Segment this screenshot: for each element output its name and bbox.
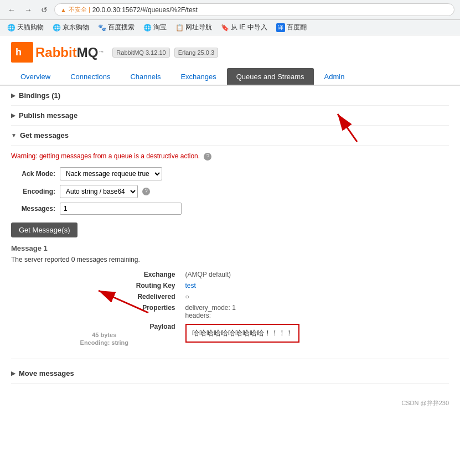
- payload-value-cell: 哈哈哈哈哈哈哈哈哈哈！！！！: [182, 321, 449, 348]
- properties-line2: headers:: [185, 312, 446, 319]
- bookmark-label: 百度翻: [287, 23, 307, 32]
- bookmark-label: 京东购物: [63, 23, 89, 32]
- nav-tabs: Overview Connections Channels Exchanges …: [11, 68, 449, 85]
- reload-button[interactable]: ↺: [39, 4, 50, 15]
- back-button[interactable]: ←: [6, 4, 18, 15]
- server-info-post: messages remaining.: [75, 256, 139, 263]
- exchange-value: (AMQP default): [182, 269, 449, 280]
- routing-key-label: Routing Key: [11, 280, 182, 291]
- message-details: Exchange (AMQP default) Routing Key test…: [11, 269, 449, 348]
- forward-button[interactable]: →: [22, 4, 34, 15]
- security-warning-icon: ▲: [60, 7, 66, 13]
- payload-encoding: Encoding: string: [33, 339, 175, 346]
- encoding-help-icon[interactable]: ?: [142, 188, 150, 195]
- main-content: ▶ Bindings (1) ▶ Publish message ▼ Get m…: [0, 86, 460, 395]
- properties-value: delivery_mode: 1 headers:: [182, 302, 449, 321]
- page-wrapper: ← → ↺ ▲ 不安全 | 20.0.0.30:15672/#/queues/%…: [0, 0, 460, 412]
- bindings-label: Bindings (1): [19, 91, 60, 100]
- bookmarks-bar: 🌐 天猫购物 🌐 京东购物 🐾 百度搜索 🌐 淘宝 📋 网址导航 🔖 从 IE …: [0, 20, 460, 35]
- exchange-label: Exchange: [11, 269, 182, 280]
- tab-channels[interactable]: Channels: [121, 68, 170, 85]
- message-header: Message 1: [11, 244, 449, 252]
- properties-line1: delivery_mode: 1: [185, 304, 446, 312]
- app-container: h RabbitMQ™ RabbitMQ 3.12.10 Erlang 25.0…: [0, 35, 460, 412]
- server-info: The server reported 0 messages remaining…: [11, 256, 449, 263]
- translate-icon: 译: [276, 23, 285, 32]
- version-info: RabbitMQ 3.12.10 Erlang 25.0.3: [112, 48, 218, 58]
- bindings-section-header[interactable]: ▶ Bindings (1): [11, 86, 449, 106]
- tab-admin[interactable]: Admin: [315, 68, 354, 85]
- rabbitmq-logo: h RabbitMQ™: [11, 42, 104, 63]
- bookmark-ie-import[interactable]: 🔖 从 IE 中导入: [218, 22, 270, 33]
- tab-queues-streams[interactable]: Queues and Streams: [227, 68, 314, 85]
- move-messages-label: Move messages: [19, 369, 74, 377]
- ack-mode-label: Ack Mode:: [11, 170, 55, 178]
- bookmark-label: 百度搜索: [108, 23, 135, 32]
- tab-exchanges[interactable]: Exchanges: [171, 68, 225, 85]
- payload-size: 45 bytes: [33, 332, 175, 338]
- tianmao-icon: 🌐: [7, 24, 15, 32]
- svg-text:h: h: [15, 46, 22, 58]
- ack-mode-row: Ack Mode: Nack message requeue true Ack …: [11, 167, 449, 180]
- tab-overview[interactable]: Overview: [11, 68, 60, 85]
- rabbitmq-version: RabbitMQ 3.12.10: [112, 48, 169, 58]
- footer-watermark: CSDN @拌拌230: [0, 395, 460, 412]
- payload-label: Payload 45 bytes Encoding: string: [11, 321, 182, 348]
- warning-help-icon[interactable]: ?: [204, 153, 211, 161]
- bookmark-label: 网址导航: [185, 23, 212, 32]
- exchange-row: Exchange (AMQP default): [11, 269, 449, 280]
- routing-key-value: test: [182, 280, 449, 291]
- erlang-version: Erlang 25.0.3: [174, 48, 218, 58]
- get-messages-button[interactable]: Get Message(s): [11, 223, 77, 237]
- bookmark-label: 淘宝: [153, 23, 167, 32]
- rabbit-icon: h: [11, 42, 33, 63]
- logo-mq-text: MQ: [77, 45, 99, 60]
- bookmark-jingdong[interactable]: 🌐 京东购物: [50, 22, 92, 33]
- redelivered-label: Redelivered: [11, 291, 182, 302]
- logo-area: h RabbitMQ™ RabbitMQ 3.12.10 Erlang 25.0…: [11, 42, 449, 63]
- bookmark-nav[interactable]: 📋 网址导航: [173, 22, 215, 33]
- bookmark-baidu-translate[interactable]: 译 百度翻: [273, 22, 309, 33]
- bookmark-taobao[interactable]: 🌐 淘宝: [141, 22, 169, 33]
- nav-icon: 📋: [175, 24, 184, 32]
- messages-input[interactable]: [60, 203, 182, 215]
- get-messages-section: ▼ Get messages Warning: getting messages…: [11, 126, 449, 354]
- get-messages-arrow-icon: ▼: [11, 132, 17, 138]
- redelivered-value: ○: [182, 291, 449, 302]
- bookmark-label: 天猫购物: [17, 23, 44, 32]
- bookmark-label: 从 IE 中导入: [231, 23, 267, 32]
- move-messages-header[interactable]: ▶ Move messages: [11, 364, 449, 384]
- redelivered-row: Redelivered ○: [11, 291, 449, 302]
- payload-box: 哈哈哈哈哈哈哈哈哈哈！！！！: [185, 324, 299, 343]
- payload-row: Payload 45 bytes Encoding: string 哈哈哈哈哈哈…: [11, 321, 449, 348]
- routing-key-row: Routing Key test: [11, 280, 449, 291]
- bookmark-tianmao[interactable]: 🌐 天猫购物: [4, 22, 46, 33]
- address-bar[interactable]: ▲ 不安全 | 20.0.0.30:15672/#/queues/%2F/tes…: [54, 3, 454, 16]
- get-messages-header[interactable]: ▼ Get messages: [11, 126, 449, 146]
- ack-mode-select[interactable]: Nack message requeue true Ack message re…: [60, 167, 162, 180]
- url-text: 20.0.0.30:15672/#/queues/%2F/test: [92, 6, 198, 14]
- messages-label: Messages:: [11, 205, 55, 213]
- get-messages-label: Get messages: [20, 131, 69, 139]
- taobao-icon: 🌐: [143, 24, 152, 32]
- bookmark-baidu-search[interactable]: 🐾 百度搜索: [95, 22, 137, 33]
- browser-bar: ← → ↺ ▲ 不安全 | 20.0.0.30:15672/#/queues/%…: [0, 0, 460, 20]
- server-info-pre: The server reported: [11, 256, 71, 263]
- security-label: 不安全 |: [69, 6, 90, 14]
- tab-connections[interactable]: Connections: [61, 68, 120, 85]
- properties-label: Properties: [11, 302, 182, 321]
- jingdong-icon: 🌐: [53, 24, 61, 32]
- ie-icon: 🔖: [221, 24, 229, 32]
- properties-row: Properties delivery_mode: 1 headers:: [11, 302, 449, 321]
- logo-tm: ™: [99, 50, 104, 55]
- bindings-arrow-icon: ▶: [11, 92, 15, 99]
- section-divider: [11, 359, 449, 359]
- publish-section-header[interactable]: ▶ Publish message: [11, 106, 449, 126]
- app-header: h RabbitMQ™ RabbitMQ 3.12.10 Erlang 25.0…: [0, 35, 460, 86]
- get-messages-content: Warning: getting messages from a queue i…: [11, 146, 449, 354]
- encoding-select[interactable]: Auto string / base64 base64: [60, 185, 138, 198]
- encoding-label: Encoding:: [11, 188, 55, 195]
- messages-row: Messages:: [11, 203, 449, 215]
- publish-label: Publish message: [19, 111, 77, 120]
- logo-rabbit-text: Rabbit: [35, 45, 77, 60]
